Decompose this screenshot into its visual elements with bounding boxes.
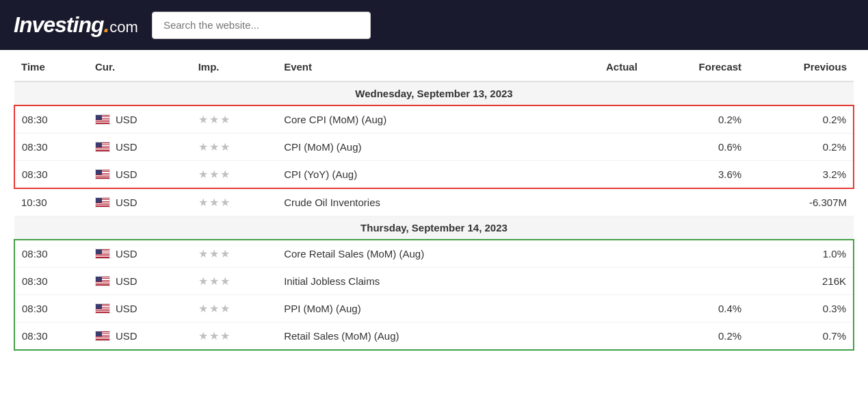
search-input[interactable] <box>152 12 371 39</box>
table-header-row: Time Cur. Imp. Event Actual Forecast Pre… <box>14 53 854 81</box>
importance-cell: ★★★ <box>192 295 277 323</box>
actual-cell <box>561 188 644 216</box>
table-row[interactable]: 08:30 USD ★★★ CPI (MoM) (Aug) 0.6% 0.2% <box>14 134 854 161</box>
forecast-cell: 3.6% <box>644 161 748 189</box>
event-cell: CPI (MoM) (Aug) <box>277 134 561 161</box>
flag-icon <box>95 331 110 341</box>
time-cell: 10:30 <box>14 188 88 216</box>
importance-cell: ★★★ <box>192 240 277 268</box>
table-row[interactable]: 08:30 USD ★★★ Retail Sales (MoM) (Aug) 0… <box>14 323 854 351</box>
importance-cell: ★★★ <box>192 188 277 216</box>
flag-icon <box>95 169 110 179</box>
forecast-cell: 0.6% <box>644 134 748 161</box>
importance-cell: ★★★ <box>192 268 277 295</box>
previous-cell: 216K <box>748 268 854 295</box>
actual-cell <box>561 105 644 134</box>
flag-icon <box>95 142 110 152</box>
event-cell: Initial Jobless Claims <box>277 268 561 295</box>
currency-label: USD <box>116 275 137 287</box>
event-cell: Retail Sales (MoM) (Aug) <box>277 323 561 351</box>
col-currency: Cur. <box>88 53 192 81</box>
previous-cell: 0.2% <box>748 105 854 134</box>
importance-stars: ★★★ <box>198 248 231 260</box>
logo[interactable]: Investing . com <box>14 12 138 38</box>
currency-label: USD <box>116 197 137 208</box>
table-row[interactable]: 08:30 USD ★★★ Core CPI (MoM) (Aug) 0.2% … <box>14 105 854 134</box>
previous-cell: 0.7% <box>748 323 854 351</box>
importance-cell: ★★★ <box>192 105 277 134</box>
forecast-cell <box>644 240 748 268</box>
col-previous: Previous <box>748 53 854 81</box>
table-row[interactable]: 08:30 USD ★★★ PPI (MoM) (Aug) 0.4% 0.3% <box>14 295 854 323</box>
actual-cell <box>561 295 644 323</box>
flag-icon <box>95 276 110 286</box>
importance-cell: ★★★ <box>192 161 277 189</box>
time-cell: 08:30 <box>14 295 88 323</box>
forecast-cell: 0.2% <box>644 323 748 351</box>
table-row[interactable]: 08:30 USD ★★★ CPI (YoY) (Aug) 3.6% 3.2% <box>14 161 854 189</box>
currency-label: USD <box>116 168 137 180</box>
importance-stars: ★★★ <box>198 330 231 342</box>
forecast-cell <box>644 268 748 295</box>
importance-stars: ★★★ <box>198 275 231 287</box>
currency-cell: USD <box>88 161 192 189</box>
table-row[interactable]: 10:30 USD ★★★ Crude Oil Inventories -6.3… <box>14 188 854 216</box>
actual-cell <box>561 161 644 189</box>
importance-stars: ★★★ <box>198 141 231 153</box>
col-importance: Imp. <box>192 53 277 81</box>
currency-cell: USD <box>88 240 192 268</box>
currency-label: USD <box>116 330 137 342</box>
currency-cell: USD <box>88 105 192 134</box>
currency-label: USD <box>116 141 137 153</box>
event-cell: Core Retail Sales (MoM) (Aug) <box>277 240 561 268</box>
time-cell: 08:30 <box>14 323 88 351</box>
logo-text: Investing <box>14 12 103 38</box>
date-label: Wednesday, September 13, 2023 <box>14 81 854 105</box>
time-cell: 08:30 <box>14 268 88 295</box>
importance-cell: ★★★ <box>192 323 277 351</box>
previous-cell: 0.2% <box>748 134 854 161</box>
table-row[interactable]: 08:30 USD ★★★ Initial Jobless Claims 216… <box>14 268 854 295</box>
forecast-cell: 0.4% <box>644 295 748 323</box>
flag-icon <box>95 197 110 208</box>
previous-cell: -6.307M <box>748 188 854 216</box>
currency-label: USD <box>116 248 137 260</box>
previous-cell: 0.3% <box>748 295 854 323</box>
currency-cell: USD <box>88 295 192 323</box>
importance-stars: ★★★ <box>198 303 231 314</box>
currency-cell: USD <box>88 134 192 161</box>
col-actual: Actual <box>561 53 644 81</box>
currency-label: USD <box>116 114 137 125</box>
table-row[interactable]: 08:30 USD ★★★ Core Retail Sales (MoM) (A… <box>14 240 854 268</box>
economic-calendar-table: Time Cur. Imp. Event Actual Forecast Pre… <box>0 53 868 364</box>
date-section-header: Wednesday, September 13, 2023 <box>14 81 854 105</box>
event-cell: PPI (MoM) (Aug) <box>277 295 561 323</box>
event-cell: CPI (YoY) (Aug) <box>277 161 561 189</box>
time-cell: 08:30 <box>14 105 88 134</box>
time-cell: 08:30 <box>14 161 88 189</box>
time-cell: 08:30 <box>14 134 88 161</box>
time-cell: 08:30 <box>14 240 88 268</box>
currency-label: USD <box>116 303 137 314</box>
event-cell: Crude Oil Inventories <box>277 188 561 216</box>
importance-stars: ★★★ <box>198 114 231 125</box>
previous-cell: 1.0% <box>748 240 854 268</box>
actual-cell <box>561 240 644 268</box>
actual-cell <box>561 323 644 351</box>
importance-stars: ★★★ <box>198 197 231 208</box>
logo-dot: . <box>103 12 109 38</box>
flag-icon <box>95 303 110 314</box>
currency-cell: USD <box>88 188 192 216</box>
col-event: Event <box>277 53 561 81</box>
forecast-cell <box>644 188 748 216</box>
flag-icon <box>95 249 110 259</box>
date-section-header: Thursday, September 14, 2023 <box>14 216 854 240</box>
col-forecast: Forecast <box>644 53 748 81</box>
forecast-cell: 0.2% <box>644 105 748 134</box>
currency-cell: USD <box>88 268 192 295</box>
date-label: Thursday, September 14, 2023 <box>14 216 854 240</box>
event-cell: Core CPI (MoM) (Aug) <box>277 105 561 134</box>
importance-cell: ★★★ <box>192 134 277 161</box>
currency-cell: USD <box>88 323 192 351</box>
header: Investing . com <box>0 0 868 50</box>
